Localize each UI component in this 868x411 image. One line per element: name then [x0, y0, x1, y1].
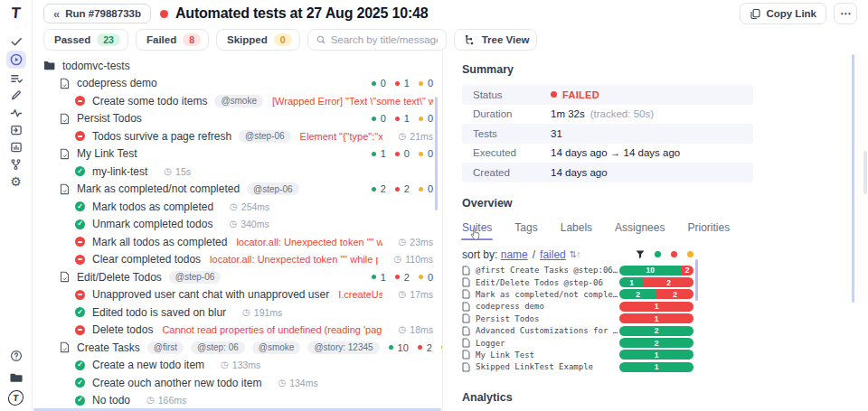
suite-result-bar: 2	[619, 326, 693, 336]
tree-view-button[interactable]: Tree View	[454, 29, 538, 51]
test-passed-icon	[75, 378, 85, 388]
count-value: 2	[381, 183, 386, 194]
checks-icon[interactable]	[6, 33, 26, 50]
tree-test-row[interactable]: Create ouch another new todo item◷134ms	[33, 374, 442, 392]
overview-suite-row[interactable]: Mark as completed/not comple…22	[462, 288, 693, 300]
help-icon[interactable]	[6, 347, 26, 364]
overview-suite-row[interactable]: Persist Todos1	[462, 313, 693, 324]
tree-folder-row[interactable]: todomvc-tests	[33, 57, 442, 75]
runs-icon[interactable]	[6, 51, 26, 69]
filter-chip-failed[interactable]: Failed8	[136, 29, 209, 51]
filter-chip-passed[interactable]: Passed23	[43, 29, 128, 51]
overview-suite-row[interactable]: Advanced Customizations for …2	[462, 324, 693, 336]
tree-panel-scrollbar[interactable]	[435, 97, 438, 210]
clock-icon: ◷	[221, 360, 229, 369]
tree-test-row[interactable]: No todo◷166ms	[33, 392, 442, 410]
details-panel: Summary StatusFAILEDDuration1m 32s(track…	[442, 52, 868, 411]
test-duration: ◷340ms	[229, 219, 269, 229]
console-icon[interactable]	[6, 121, 26, 138]
tree-suite-row[interactable]: My Link Test100	[33, 145, 442, 163]
summary-value: 31	[551, 128, 562, 139]
tree-test-row[interactable]: Create some todo items@smoke[Wrapped Err…	[33, 92, 442, 110]
branch-icon[interactable]	[6, 155, 26, 173]
compose-icon[interactable]	[6, 87, 26, 104]
tree-test-row[interactable]: Mark todos as completed◷254ms	[33, 198, 442, 216]
filter-chip-skipped[interactable]: Skipped0	[216, 29, 300, 51]
overview-suite-row[interactable]: My Link Test1	[462, 349, 693, 360]
tree-suite-row[interactable]: Mark as completed/not completed@step-062…	[33, 181, 442, 199]
count-dot-red	[395, 152, 400, 156]
tree-suite-row[interactable]: Edit/Delete Todos@step-06120	[33, 268, 442, 286]
clock-icon: ◷	[278, 378, 286, 388]
legend-failed-dot[interactable]	[671, 251, 677, 257]
summary-value-text: 1m 32s	[551, 108, 585, 119]
tree-test-row[interactable]: Edited todo is saved on blur◷191ms	[33, 304, 442, 322]
suite-result-bar: 1	[619, 350, 693, 360]
sort-row: sort by: name / failed ⇅↑	[462, 248, 693, 261]
tree-test-row[interactable]: Unapproved user cant chat with unapprove…	[33, 286, 442, 304]
overview-suite-row[interactable]: @first Create Tasks @step:06…102	[462, 265, 693, 276]
sort-by-failed-link[interactable]: failed	[540, 248, 566, 261]
tag-badge: @smoke	[252, 341, 301, 354]
overview-suite-row[interactable]: Logger2	[462, 337, 693, 349]
tree-panel-hscrollbar[interactable]	[33, 408, 441, 411]
failed-segment: 1	[619, 313, 693, 323]
legend-passed-dot[interactable]	[655, 251, 661, 257]
tab-priorities[interactable]: Priorities	[687, 221, 730, 234]
tab-assignees[interactable]: Assignees	[615, 221, 665, 234]
summary-value-text: 31	[551, 128, 562, 139]
tab-tags[interactable]: Tags	[514, 221, 537, 234]
browser-scrollbar[interactable]	[863, 151, 867, 194]
summary-label: Tests	[473, 128, 551, 139]
overview-suite-row[interactable]: Edit/Delete Todos @step-0612	[462, 276, 693, 288]
tree-suite-row[interactable]: Persist Todos010	[33, 110, 442, 128]
tree-test-row[interactable]: Mark all todos as completedlocator.all: …	[33, 233, 442, 251]
profile-avatar[interactable]: T	[7, 390, 24, 406]
tab-labels[interactable]: Labels	[561, 221, 592, 234]
suite-counts: 010	[363, 113, 433, 124]
back-chevrons-icon: «	[53, 8, 60, 20]
copy-link-button[interactable]: Copy Link	[740, 3, 826, 24]
suites-chart: @first Create Tasks @step:06…102Edit/Del…	[462, 265, 693, 374]
suite-file-icon	[462, 277, 470, 287]
tree-suite-row[interactable]: Create Tasks@first@step: 06@smoke@story:…	[33, 339, 442, 357]
tree-test-row[interactable]: Clear completed todoslocator.all: Unexpe…	[33, 251, 442, 269]
tree-test-row[interactable]: Unmark completed todos◷340ms	[33, 216, 442, 234]
overview-suite-row[interactable]: codepress demo1	[462, 301, 693, 313]
folder-icon	[43, 61, 55, 70]
tree-suite-row[interactable]: codepress demo010	[33, 75, 442, 93]
overview-suite-row[interactable]: Skipped LinkTest Example1	[462, 361, 693, 373]
tree-test-row[interactable]: Todos survive a page refresh@step-06Elem…	[33, 127, 442, 145]
tag-badge: @step-06	[169, 271, 222, 284]
tab-suites[interactable]: Suites	[462, 221, 492, 234]
projects-icon[interactable]	[6, 369, 26, 386]
status-filter-chips: Passed23Failed8Skipped0	[43, 29, 300, 51]
tree-test-row[interactable]: Create a new todo item◷133ms	[33, 357, 442, 375]
filter-chip-count: 8	[183, 33, 201, 46]
more-menu-button[interactable]: ⋯	[834, 3, 857, 24]
count-value: 1	[381, 272, 386, 283]
tree-test-row[interactable]: my-link-test◷15s	[33, 163, 442, 181]
test-duration: ◷134ms	[278, 378, 317, 388]
report-icon[interactable]	[6, 138, 26, 155]
run-back-button[interactable]: « Run #7988733b	[43, 4, 151, 23]
sort-by-name-link[interactable]: name	[501, 248, 528, 261]
legend-skipped-dot[interactable]	[687, 251, 693, 257]
suites-scrollbar[interactable]	[695, 259, 698, 301]
search-input[interactable]	[331, 34, 438, 45]
suite-result-bar: 2	[619, 338, 693, 348]
pulse-icon[interactable]	[6, 104, 26, 121]
test-passed-icon	[75, 166, 85, 176]
failed-segment: 2	[656, 289, 693, 299]
details-panel-scrollbar[interactable]	[852, 54, 854, 303]
test-duration: ◷15s	[164, 166, 191, 177]
count-value: 0	[404, 148, 410, 159]
filter-funnel-icon[interactable]	[636, 250, 645, 259]
settings-icon[interactable]: ⚙	[6, 173, 26, 190]
tasks-icon[interactable]	[6, 70, 26, 87]
sort-by-label: sort by:	[462, 248, 497, 261]
content: todomvc-testscodepress demo010Create som…	[33, 52, 868, 411]
tree-test-row[interactable]: Delete todosCannot read properties of un…	[33, 322, 442, 340]
tag-badge: @story: 12345	[307, 341, 379, 354]
search-box[interactable]	[307, 29, 447, 51]
